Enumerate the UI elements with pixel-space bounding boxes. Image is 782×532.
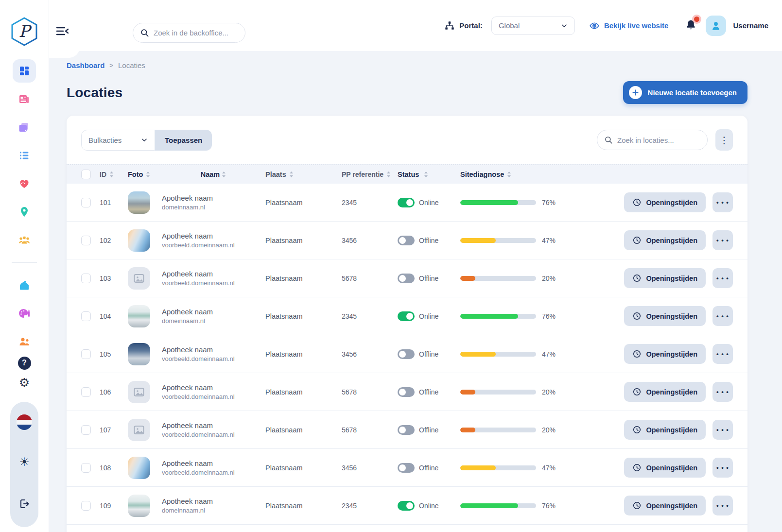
clock-icon [632,236,642,245]
status-toggle[interactable] [398,349,415,359]
row-menu-button[interactable]: • • • [712,458,733,478]
location-name[interactable]: Apotheek naam [162,497,213,505]
dashboard-grid-icon [18,65,30,77]
diagnosis-percent: 76% [542,312,556,320]
breadcrumb-dashboard-link[interactable]: Dashboard [67,61,104,69]
status-toggle[interactable] [398,501,415,511]
location-name[interactable]: Apotheek naam [162,421,213,429]
location-name[interactable]: Apotheek naam [162,308,213,316]
location-name[interactable]: Apotheek naam [162,459,213,467]
notifications-button[interactable] [685,18,697,33]
sidebar-item-team[interactable] [13,228,36,252]
sidebar-item-news[interactable] [13,87,36,111]
row-checkbox[interactable] [81,425,91,435]
status-toggle[interactable] [398,236,415,245]
diagnosis-bar-fill [460,465,496,470]
row-checkbox[interactable] [81,274,91,283]
select-all-checkbox[interactable] [81,170,91,179]
status-toggle[interactable] [398,198,415,207]
opening-hours-button[interactable]: Openingstijden [624,344,706,364]
row-checkbox[interactable] [81,463,91,473]
header-naam[interactable]: Naam [162,171,265,178]
sidebar-item-home[interactable] [13,274,36,297]
location-name[interactable]: Apotheek naam [162,345,213,354]
row-menu-button[interactable]: • • • [712,420,733,440]
location-name[interactable]: Apotheek naam [162,270,213,278]
location-id: 106 [100,388,128,396]
opening-hours-button[interactable]: Openingstijden [624,306,706,326]
sidebar-item-locations[interactable] [13,200,36,223]
status-toggle[interactable] [398,311,415,321]
row-menu-button[interactable]: • • • [712,230,733,250]
global-search[interactable] [133,23,245,43]
sidebar-item-theme[interactable] [13,302,36,325]
diagnosis-percent: 47% [542,237,556,244]
row-checkbox[interactable] [81,198,91,207]
header-pp-referentie[interactable]: PP referentie [342,171,398,178]
settings-button[interactable]: ⚙ [15,373,34,392]
toggle-knob [406,502,413,509]
row-checkbox[interactable] [81,236,91,245]
location-city: Plaatsnaam [265,350,342,358]
opening-hours-button[interactable]: Openingstijden [624,192,706,212]
row-menu-button[interactable]: • • • [712,192,733,212]
bulk-actions-value: Bulkacties [88,136,122,144]
opening-hours-button[interactable]: Openingstijden [624,496,706,515]
theme-toggle-button[interactable]: ☀ [15,452,34,472]
locations-search-input[interactable] [617,136,697,144]
add-location-button[interactable]: Nieuwe locatie toevoegen [623,81,747,104]
row-checkbox[interactable] [81,387,91,397]
header-foto[interactable]: Foto [128,171,162,178]
breadcrumb: Dashboard > Locaties [67,61,747,69]
help-button[interactable]: ? [15,353,34,373]
sidebar-toggle-button[interactable] [55,25,70,38]
row-menu-button[interactable]: • • • [712,306,733,326]
user-avatar[interactable] [706,16,726,36]
portal-select[interactable]: Global [491,17,575,35]
opening-hours-button[interactable]: Openingstijden [624,420,706,440]
bulk-actions-select[interactable]: Bulkacties [81,130,155,151]
view-live-website-link[interactable]: Bekijk live website [589,20,669,31]
apply-button[interactable]: Toepassen [155,130,212,151]
opening-hours-button[interactable]: Openingstijden [624,458,706,478]
status-toggle[interactable] [398,387,415,397]
location-domain: voorbeeld.domeinnaam.nl [162,355,235,362]
status-toggle[interactable] [398,425,415,435]
sidebar-item-dashboard[interactable] [13,59,36,83]
toggle-knob [399,237,406,244]
header-sitediagnose[interactable]: Sitediagnose [460,171,561,178]
header-id[interactable]: ID [100,171,128,178]
sidebar-item-users[interactable] [13,330,36,353]
row-checkbox[interactable] [81,349,91,359]
global-search-input[interactable] [154,29,236,37]
row-checkbox[interactable] [81,311,91,321]
language-flag-button[interactable] [17,414,32,430]
opening-hours-button[interactable]: Openingstijden [624,230,706,250]
location-name[interactable]: Apotheek naam [162,232,213,240]
row-checkbox[interactable] [81,501,91,511]
sidebar-item-pages[interactable] [13,116,36,139]
pp-reference-value: 3456 [342,464,398,472]
status-toggle[interactable] [398,463,415,473]
status-toggle[interactable] [398,274,415,283]
location-name[interactable]: Apotheek naam [162,194,213,202]
row-menu-button[interactable]: • • • [712,268,733,288]
app-logo[interactable]: P [10,17,39,47]
sidebar-item-care[interactable] [13,172,36,195]
header-status[interactable]: Status [398,171,460,178]
header-plaats[interactable]: Plaats [265,171,342,178]
row-menu-button[interactable]: • • • [712,382,733,402]
row-menu-button[interactable]: • • • [712,344,733,364]
table-row: 104 Apotheek naam domeinnaam.nl Plaatsna… [67,297,747,335]
sidebar-item-lists[interactable] [13,144,36,167]
opening-hours-label: Openingstijden [646,312,697,320]
table-options-button[interactable]: ⋮ [715,129,733,151]
logout-button[interactable] [15,494,34,514]
image-placeholder-icon [133,386,145,398]
location-name[interactable]: Apotheek naam [162,383,213,392]
opening-hours-button[interactable]: Openingstijden [624,268,706,288]
opening-hours-button[interactable]: Openingstijden [624,382,706,402]
logo-hexagon-icon: P [10,17,39,47]
row-menu-button[interactable]: • • • [712,496,733,515]
locations-search[interactable] [597,130,708,150]
